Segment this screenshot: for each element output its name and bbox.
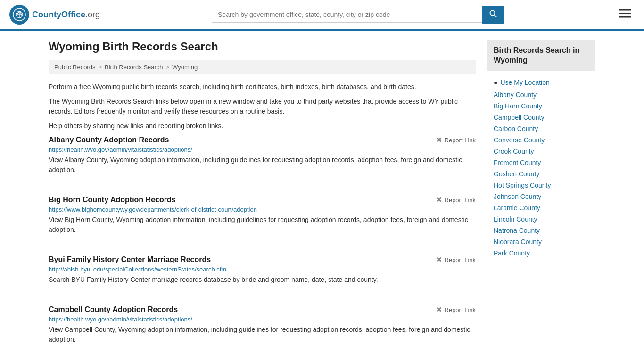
county-link[interactable]: Albany County — [494, 91, 537, 99]
result-item: Byui Family History Center Marriage Reco… — [49, 255, 476, 294]
result-item: Albany County Adoption Records ✖ Report … — [49, 136, 476, 184]
county-list: Albany CountyBig Horn CountyCampbell Cou… — [487, 91, 595, 257]
report-link-label: Report Link — [445, 137, 476, 144]
county-link[interactable]: Park County — [494, 249, 530, 257]
breadcrumb-sep-2: > — [166, 64, 170, 71]
intro3-prefix: Help others by sharing — [49, 122, 116, 130]
county-list-item: Carbon County — [494, 125, 595, 132]
svg-point-4 — [490, 11, 495, 16]
sidebar: Birth Records Search in Wyoming ● Use My… — [487, 40, 595, 362]
county-link[interactable]: Crook County — [494, 148, 534, 155]
result-title[interactable]: Big Horn County Adoption Records — [49, 196, 176, 204]
breadcrumb-public-records[interactable]: Public Records — [54, 64, 95, 71]
report-link-label: Report Link — [445, 306, 476, 313]
report-link-button[interactable]: ✖ Report Link — [436, 255, 476, 264]
county-list-item: Hot Springs County — [494, 181, 595, 189]
report-link-button[interactable]: ✖ Report Link — [436, 305, 476, 314]
result-desc: Search BYU Family History Center marriag… — [49, 275, 476, 285]
result-header: Byui Family History Center Marriage Reco… — [49, 255, 476, 264]
svg-rect-6 — [619, 9, 631, 11]
report-icon: ✖ — [436, 136, 442, 144]
county-list-item: Crook County — [494, 148, 595, 155]
search-area — [212, 6, 504, 24]
results-container: Albany County Adoption Records ✖ Report … — [49, 136, 476, 354]
result-url[interactable]: https://health.wyo.gov/admin/vitalstatis… — [49, 146, 476, 153]
location-icon: ● — [494, 79, 497, 86]
result-item: Campbell County Adoption Records ✖ Repor… — [49, 305, 476, 354]
breadcrumb-birth-records[interactable]: Birth Records Search — [105, 64, 163, 71]
page-title: Wyoming Birth Records Search — [49, 40, 476, 53]
county-link[interactable]: Fremont County — [494, 159, 541, 166]
result-desc: View Big Horn County, Wyoming adoption i… — [49, 215, 476, 235]
result-url[interactable]: https://www.bighorncountywy.gov/departme… — [49, 206, 476, 213]
use-my-location-link[interactable]: ● Use My Location — [487, 77, 595, 91]
county-list-item: Niobrara County — [494, 238, 595, 246]
report-link-label: Report Link — [445, 256, 476, 263]
county-link[interactable]: Campbell County — [494, 114, 544, 121]
county-list-item: Campbell County — [494, 114, 595, 121]
report-icon: ✖ — [436, 255, 442, 264]
result-title[interactable]: Albany County Adoption Records — [49, 136, 169, 144]
county-link[interactable]: Converse County — [494, 136, 545, 144]
county-link[interactable]: Natrona County — [494, 227, 540, 234]
sidebar-heading: Birth Records Search in Wyoming — [487, 40, 595, 71]
county-link[interactable]: Hot Springs County — [494, 181, 551, 189]
result-desc: View Albany County, Wyoming adoption inf… — [49, 155, 476, 175]
menu-button[interactable] — [616, 7, 635, 23]
result-header: Albany County Adoption Records ✖ Report … — [49, 136, 476, 144]
county-link[interactable]: Lincoln County — [494, 215, 537, 223]
intro-paragraph-1: Perform a free Wyoming public birth reco… — [49, 82, 476, 92]
report-link-button[interactable]: ✖ Report Link — [436, 136, 476, 144]
result-desc: View Campbell County, Wyoming adoption i… — [49, 325, 476, 345]
result-header: Campbell County Adoption Records ✖ Repor… — [49, 305, 476, 314]
breadcrumb-sep-1: > — [98, 64, 102, 71]
logo-suffix: .org — [85, 10, 100, 19]
county-list-item: Lincoln County — [494, 215, 595, 223]
search-input[interactable] — [212, 7, 482, 23]
county-list-item: Johnson County — [494, 193, 595, 200]
breadcrumb: Public Records > Birth Records Search > … — [49, 60, 476, 74]
svg-rect-8 — [619, 16, 631, 18]
content-area: Wyoming Birth Records Search Public Reco… — [49, 40, 476, 362]
result-title[interactable]: Campbell County Adoption Records — [49, 305, 178, 314]
county-link[interactable]: Big Horn County — [494, 102, 542, 110]
county-link[interactable]: Niobrara County — [494, 238, 542, 246]
logo-area: CountyOffice.org — [9, 5, 100, 25]
report-link-label: Report Link — [445, 197, 476, 204]
logo-name: CountyOffice — [32, 10, 85, 19]
logo-text: CountyOffice.org — [32, 10, 100, 20]
report-link-button[interactable]: ✖ Report Link — [436, 196, 476, 204]
intro-paragraph-3: Help others by sharing new links and rep… — [49, 121, 476, 131]
svg-rect-7 — [619, 13, 631, 15]
result-url[interactable]: http://abish.byui.edu/specialCollections… — [49, 266, 476, 273]
county-link[interactable]: Laramie County — [494, 204, 540, 212]
county-list-item: Fremont County — [494, 159, 595, 166]
county-list-item: Laramie County — [494, 204, 595, 212]
county-link[interactable]: Carbon County — [494, 125, 538, 132]
intro3-suffix: and reporting broken links. — [144, 122, 223, 130]
main-container: Wyoming Birth Records Search Public Reco… — [39, 31, 605, 362]
intro-paragraph-2: The Wyoming Birth Records Search links b… — [49, 97, 476, 116]
result-url[interactable]: https://health.wyo.gov/admin/vitalstatis… — [49, 316, 476, 323]
county-list-item: Goshen County — [494, 170, 595, 178]
search-button[interactable] — [482, 6, 504, 24]
county-list-item: Natrona County — [494, 227, 595, 234]
county-list-item: Converse County — [494, 136, 595, 144]
use-location-label: Use My Location — [500, 79, 549, 86]
county-list-item: Park County — [494, 249, 595, 257]
county-list-item: Albany County — [494, 91, 595, 99]
report-icon: ✖ — [436, 305, 442, 314]
logo-icon — [9, 5, 29, 25]
result-title[interactable]: Byui Family History Center Marriage Reco… — [49, 255, 211, 264]
result-header: Big Horn County Adoption Records ✖ Repor… — [49, 196, 476, 204]
county-list-item: Big Horn County — [494, 102, 595, 110]
site-header: CountyOffice.org — [0, 0, 644, 31]
county-link[interactable]: Johnson County — [494, 193, 541, 200]
breadcrumb-wyoming: Wyoming — [172, 64, 198, 71]
svg-line-5 — [495, 15, 497, 17]
report-icon: ✖ — [436, 196, 442, 204]
county-link[interactable]: Goshen County — [494, 170, 539, 178]
result-item: Big Horn County Adoption Records ✖ Repor… — [49, 196, 476, 244]
new-links-link[interactable]: new links — [116, 122, 144, 130]
